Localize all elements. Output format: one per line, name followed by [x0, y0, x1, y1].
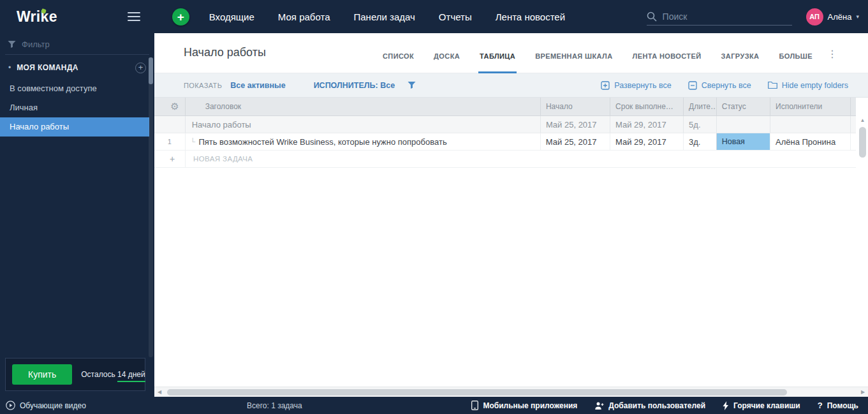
table-row-folder[interactable]: Начало работы Май 25, 2017 Май 29, 2017 …	[154, 116, 856, 133]
hide-empty-folders-button[interactable]: Hide empty folders	[768, 81, 848, 90]
create-task-button[interactable]: +	[172, 8, 189, 26]
folder-due-date[interactable]: Май 29, 2017	[610, 116, 683, 133]
scroll-up-icon[interactable]: ▲	[858, 117, 867, 123]
sidebar-scrollbar[interactable]	[149, 57, 153, 357]
show-filter-dropdown[interactable]: Все активные	[230, 81, 285, 90]
help-button[interactable]: ? Помощь	[818, 401, 858, 410]
sidebar-folder-list: В совместном доступе Личная Начало работ…	[0, 79, 149, 137]
horizontal-scrollbar-thumb[interactable]	[167, 389, 787, 396]
sidebar-scrollbar-thumb[interactable]	[149, 57, 153, 84]
new-task-plus-icon[interactable]: +	[154, 151, 185, 167]
column-header-duration[interactable]: Длите…	[683, 98, 716, 115]
task-table: ⚙ Заголовок Начало Срок выполне… Длите… …	[154, 98, 856, 168]
tree-branch-icon: └	[191, 138, 196, 145]
add-folder-icon[interactable]: +	[135, 63, 146, 73]
mobile-apps-label: Мобильные приложения	[483, 401, 577, 410]
table-row-new-task[interactable]: + НОВАЯ ЗАДАЧА	[154, 151, 856, 168]
row-number: 1	[154, 133, 185, 150]
folder-assignee-cell	[770, 116, 850, 133]
folder-title[interactable]: Начало работы	[185, 116, 540, 133]
statusbar: Обучающие видео Всего: 1 задача Мобильны…	[0, 397, 868, 414]
column-header-filler	[850, 98, 856, 115]
new-task-placeholder[interactable]: НОВАЯ ЗАДАЧА	[185, 151, 856, 167]
horizontal-scrollbar[interactable]: ◀ ▶	[154, 387, 868, 397]
task-title-cell[interactable]: └ Пять возможностей Wrike Business, кото…	[185, 133, 540, 150]
nav-my-work[interactable]: Моя работа	[278, 11, 330, 22]
collapse-all-icon	[688, 81, 697, 90]
hotkeys-icon	[723, 401, 729, 410]
hotkeys-label: Горячие клавиши	[733, 401, 800, 410]
training-videos-button[interactable]: Обучающие видео	[6, 401, 86, 410]
scroll-left-icon[interactable]: ◀	[154, 389, 165, 395]
sidebar-filter[interactable]	[5, 38, 149, 55]
task-assignee[interactable]: Алёна Пронина	[770, 133, 850, 150]
section-title: МОЯ КОМАНДА	[17, 63, 135, 72]
play-circle-icon	[6, 401, 15, 410]
tab-workload[interactable]: ЗАГРУЗКА	[720, 33, 761, 73]
assignee-filter-dropdown[interactable]: ИСПОЛНИТЕЛЬ: Все	[314, 81, 395, 90]
task-status-badge[interactable]: Новая	[716, 133, 770, 150]
avatar: АП	[806, 8, 823, 26]
tab-timeline[interactable]: ВРЕМЕННАЯ ШКАЛА	[534, 33, 614, 73]
wrike-logo[interactable]: Wrike	[17, 8, 57, 26]
search-box[interactable]	[647, 11, 792, 26]
expand-all-button[interactable]: Развернуть все	[601, 81, 671, 90]
collapse-all-label: Свернуть все	[702, 81, 751, 90]
nav-inbox[interactable]: Входящие	[209, 11, 254, 22]
nav-dashboards[interactable]: Панели задач	[353, 11, 415, 22]
task-start-date[interactable]: Май 25, 2017	[540, 133, 610, 150]
sidebar-filter-input[interactable]	[22, 40, 148, 49]
tab-list[interactable]: СПИСОК	[381, 33, 415, 73]
vertical-scrollbar-thumb[interactable]	[859, 127, 866, 158]
column-header-start[interactable]: Начало	[540, 98, 610, 115]
tab-board[interactable]: ДОСКА	[432, 33, 461, 73]
trial-prefix: Осталось	[81, 370, 117, 379]
phone-icon	[471, 401, 478, 410]
gear-icon[interactable]: ⚙	[170, 101, 179, 112]
hotkeys-button[interactable]: Горячие клавиши	[723, 401, 800, 410]
table-row-task[interactable]: 1 └ Пять возможностей Wrike Business, ко…	[154, 133, 856, 151]
column-header-status[interactable]: Статус	[716, 98, 770, 115]
add-users-button[interactable]: Добавить пользователей	[594, 401, 705, 410]
row-gutter	[154, 116, 185, 133]
user-menu[interactable]: АП Алёна ▾	[806, 8, 859, 26]
filter-funnel-icon	[8, 40, 16, 48]
task-duration[interactable]: 3д.	[683, 133, 716, 150]
buy-button[interactable]: Купить	[12, 364, 72, 385]
scroll-right-icon[interactable]: ▶	[858, 389, 868, 395]
folder-duration[interactable]: 5д.	[683, 116, 716, 133]
sidebar-section-my-team[interactable]: • МОЯ КОМАНДА +	[0, 57, 154, 78]
sidebar-item-shared[interactable]: В совместном доступе	[0, 79, 149, 98]
logo-text: Wrike	[17, 8, 57, 25]
folder-start-date[interactable]: Май 25, 2017	[540, 116, 610, 133]
tab-more[interactable]: БОЛЬШЕ	[777, 33, 814, 73]
show-label: ПОКАЗАТЬ	[184, 82, 222, 89]
column-header-title[interactable]: Заголовок	[185, 98, 540, 115]
hide-empty-folders-label: Hide empty folders	[782, 81, 848, 90]
folder-status-cell	[716, 116, 770, 133]
collapse-all-button[interactable]: Свернуть все	[688, 81, 751, 90]
nav-stream[interactable]: Лента новостей	[496, 11, 565, 22]
vertical-scrollbar[interactable]: ▲	[858, 117, 867, 385]
task-due-date[interactable]: Май 29, 2017	[610, 133, 683, 150]
filter-funnel-icon[interactable]	[408, 81, 416, 89]
nav-reports[interactable]: Отчеты	[439, 11, 472, 22]
toolbar-right-group: Развернуть все Свернуть все Hide empty f…	[601, 81, 848, 90]
tab-stream[interactable]: ЛЕНТА НОВОСТЕЙ	[631, 33, 703, 73]
hamburger-menu-icon[interactable]	[128, 10, 140, 24]
main-panel: Начало работы СПИСОК ДОСКА ТАБЛИЦА ВРЕМЕ…	[154, 33, 868, 397]
user-name: Алёна	[828, 12, 852, 22]
search-input[interactable]	[663, 11, 792, 22]
trial-countdown: Осталось 14 дней	[81, 370, 145, 379]
sidebar-item-getting-started[interactable]: Начало работы	[0, 117, 149, 137]
trial-box: Купить Осталось 14 дней	[5, 358, 145, 391]
kebab-menu-icon[interactable]: ⋮	[827, 48, 837, 60]
sidebar-item-personal[interactable]: Личная	[0, 98, 149, 117]
tab-table[interactable]: ТАБЛИЦА	[478, 33, 517, 73]
view-tabs: СПИСОК ДОСКА ТАБЛИЦА ВРЕМЕННАЯ ШКАЛА ЛЕН…	[381, 33, 814, 73]
mobile-apps-button[interactable]: Мобильные приложения	[471, 401, 577, 410]
column-header-due[interactable]: Срок выполне…	[610, 98, 683, 115]
trial-days: 14 дней	[117, 370, 145, 382]
column-header-assignees[interactable]: Исполнители	[770, 98, 850, 115]
task-title[interactable]: Пять возможностей Wrike Business, которы…	[198, 137, 446, 147]
